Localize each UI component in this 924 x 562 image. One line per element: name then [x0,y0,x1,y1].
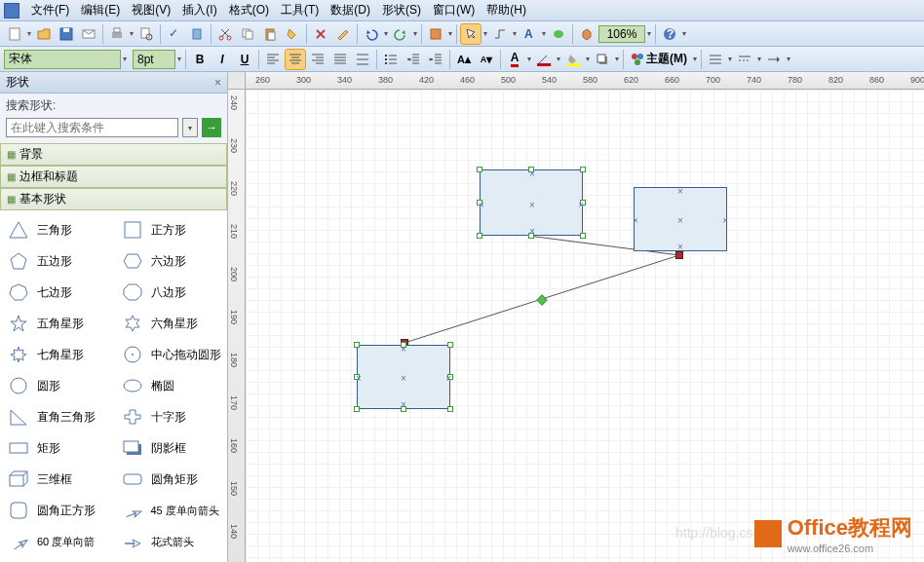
drawing-canvas[interactable]: 2603003403804204605005405806206607007407… [228,72,924,562]
text-dropdown[interactable]: ▾ [541,29,547,38]
menu-window[interactable]: 窗口(W) [427,0,481,21]
connector-endpoint[interactable] [675,251,683,259]
canvas-shape-rect[interactable]: × ×××× [480,169,583,236]
shape-rounded-rect[interactable]: 圆角矩形 [114,464,228,495]
menu-edit[interactable]: 编辑(E) [75,0,126,21]
menu-format[interactable]: 格式(O) [223,0,275,21]
undo-dropdown[interactable]: ▾ [383,29,389,38]
shadow-button[interactable] [592,49,613,70]
help-dropdown[interactable]: ▾ [681,29,687,38]
shape-fancy-arrow[interactable]: 花式箭头 [114,526,228,557]
delete-button[interactable] [310,23,331,45]
search-dropdown[interactable]: ▾ [182,118,198,137]
shape-octagon[interactable]: 八边形 [114,277,228,308]
theme-button[interactable]: 主题(M) [627,49,691,70]
shape-star5[interactable]: 五角星形 [0,308,114,339]
shape-star7[interactable]: 七角星形 [0,339,114,370]
shape-right-triangle[interactable]: 直角三角形 [0,401,114,432]
connector-dropdown[interactable]: ▾ [512,29,518,38]
redo-dropdown[interactable]: ▾ [412,29,418,38]
shape-shadow-box[interactable]: 阴影框 [114,432,228,464]
shape-3d-box[interactable]: 三维框 [0,464,114,495]
menu-file[interactable]: 文件(F) [25,0,75,21]
shape-arrow45[interactable]: 45 度单向箭头 [114,495,228,526]
shape-arrow60[interactable]: 60 度单向箭 [0,526,114,557]
connector-tool-button[interactable] [489,23,511,45]
ink-tool-button[interactable] [548,23,569,45]
shape-circle[interactable]: 圆形 [0,370,114,401]
canvas-shape-rect[interactable]: × ×××× [357,345,450,409]
line-color-button[interactable] [533,49,555,70]
font-size-dec-button[interactable]: A▾ [476,49,497,70]
menu-help[interactable]: 帮助(H) [481,0,532,21]
connector-midpoint[interactable] [536,294,547,305]
help-button[interactable]: ? [659,23,680,45]
align-center-button[interactable] [285,49,306,70]
italic-button[interactable]: I [212,49,233,70]
font-size-select[interactable]: 8pt [133,50,175,69]
shape-rounded-square[interactable]: 圆角正方形 [0,495,114,526]
print-preview-button[interactable] [135,23,157,45]
align-left-button[interactable] [262,49,284,70]
shape-hexagon[interactable]: 六边形 [114,245,228,277]
canvas-shape-rect[interactable]: × ×××× [634,187,727,251]
zoom-field[interactable]: 106% [598,25,645,43]
cat-basic-shapes[interactable]: 基本形状 [0,188,227,210]
shape-ellipse[interactable]: 椭圆 [114,370,228,401]
menu-tools[interactable]: 工具(T) [275,0,325,21]
underline-button[interactable]: U [234,49,255,70]
shape-pentagon[interactable]: 五边形 [0,245,114,277]
redo-button[interactable] [390,23,411,45]
zoom-dropdown[interactable]: ▾ [646,29,652,38]
menu-data[interactable]: 数据(D) [325,0,376,21]
bold-button[interactable]: B [189,49,211,70]
open-button[interactable] [33,23,55,45]
email-button[interactable] [78,23,99,45]
shape-cross[interactable]: 十字形 [114,401,228,432]
close-panel-icon[interactable]: × [214,76,221,90]
3d-button[interactable] [576,23,597,45]
font-color-button[interactable]: A [504,49,525,70]
paste-button[interactable] [259,23,281,45]
align-justify-button[interactable] [329,49,351,70]
shape-heptagon[interactable]: 七边形 [0,277,114,308]
cat-background[interactable]: 背景 [0,143,227,166]
copy-button[interactable] [237,23,258,45]
cut-button[interactable] [214,23,236,45]
shape-square[interactable]: 正方形 [114,214,228,245]
spellcheck-button[interactable]: ✓ [164,23,185,45]
pointer-tool-button[interactable] [460,23,481,45]
bullets-button[interactable] [380,49,402,70]
new-dropdown[interactable]: ▾ [26,29,32,38]
line-pattern-button[interactable] [734,49,755,70]
distribute-button[interactable] [352,49,373,70]
font-size-inc-button[interactable]: A▴ [453,49,475,70]
search-go-button[interactable]: → [202,118,221,137]
menu-shape[interactable]: 形状(S) [376,0,427,21]
print-dropdown[interactable]: ▾ [129,29,135,38]
cat-borders-titles[interactable]: 边框和标题 [0,166,227,188]
menu-insert[interactable]: 插入(I) [176,0,222,21]
format-painter-button[interactable] [282,23,303,45]
line-weight-button[interactable] [705,49,726,70]
shape-rect[interactable]: 矩形 [0,432,114,464]
new-button[interactable] [4,23,25,45]
undo-button[interactable] [361,23,382,45]
shape-star6[interactable]: 六角星形 [114,308,228,339]
edit-button[interactable] [332,23,354,45]
indent-inc-button[interactable] [425,49,446,70]
research-button[interactable] [186,23,208,45]
shape-center-drag-circle[interactable]: 中心拖动圆形 [114,339,228,370]
fill-color-button[interactable] [562,49,584,70]
pointer-dropdown[interactable]: ▾ [482,29,488,38]
indent-dec-button[interactable] [403,49,424,70]
shape-triangle[interactable]: 三角形 [0,214,114,245]
stencil-dropdown[interactable]: ▾ [447,29,453,38]
text-tool-button[interactable]: A [519,23,540,45]
stencil-button[interactable] [425,23,446,45]
font-select[interactable]: 宋体 [4,50,121,69]
line-ends-button[interactable] [763,49,785,70]
shape-search-input[interactable] [6,118,178,137]
align-right-button[interactable] [307,49,328,70]
save-button[interactable] [56,23,77,45]
